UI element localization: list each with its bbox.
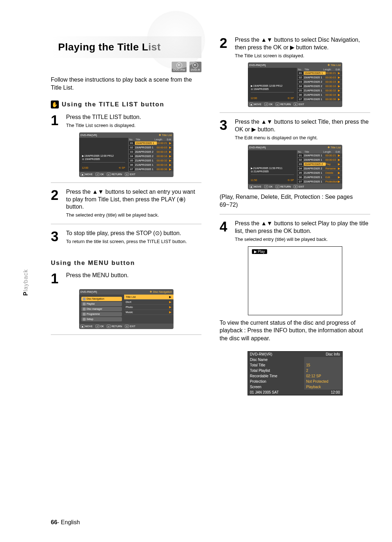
intro-text: Follow these instructions to play back a… (51, 76, 201, 91)
menu-step-1: 1 Press the MENU button. (51, 272, 201, 286)
step-3: 3 To stop title play, press the STOP (⊙)… (51, 230, 201, 245)
step-1: 1 Press the TITLE LIST button. The Title… (51, 114, 201, 129)
osd-edit-menu: DVD-RW(VR)❖ Title List ▶ 21/APR/2005 11:… (248, 145, 342, 189)
section-heading-title-list: ✋Using the TITLE LIST button (51, 100, 201, 108)
osd-disc-navigation: DVD-RW(VR)❖ Disc Navigation Disc Navigat… (79, 289, 173, 329)
right-step-4: 4 Press the ▲▼ buttons to select Play to… (220, 220, 370, 242)
disc-info-table: DVD-RW(VR)Disc Info Disc NameTotal Title… (248, 351, 343, 395)
disc-art-icon (147, 11, 205, 69)
step-2: 2 Press the ▲▼ buttons to select an entr… (51, 188, 201, 218)
section-tab: Playback (23, 269, 29, 296)
page-title: Playing the Title List (51, 36, 201, 58)
hand-icon: ✋ (51, 100, 59, 108)
play-preview-box: ▶ Play (248, 246, 342, 315)
right-step-3: 3 Press the ▲▼ buttons to select Title, … (220, 118, 370, 141)
disc-type-icons: DVD-RW DVD-R (51, 62, 201, 72)
osd-title-list: DVD-RW(VR)❖ Title List ▶ 19/APR/2005 12:… (79, 132, 173, 177)
page-footer: 66- English (51, 519, 80, 526)
osd-title-list-2: DVD-RW(VR)❖ Title List ▶ 19/APR/2005 12:… (248, 62, 342, 107)
cross-reference: (Play, Rename, Delete, Edit, Protection … (220, 193, 370, 209)
right-step-2: 2 Press the ▲▼ buttons to select Disc Na… (220, 36, 370, 59)
section-heading-menu: Using the MENU button (51, 259, 201, 267)
info-tip: To view the current status of the disc a… (220, 319, 370, 342)
